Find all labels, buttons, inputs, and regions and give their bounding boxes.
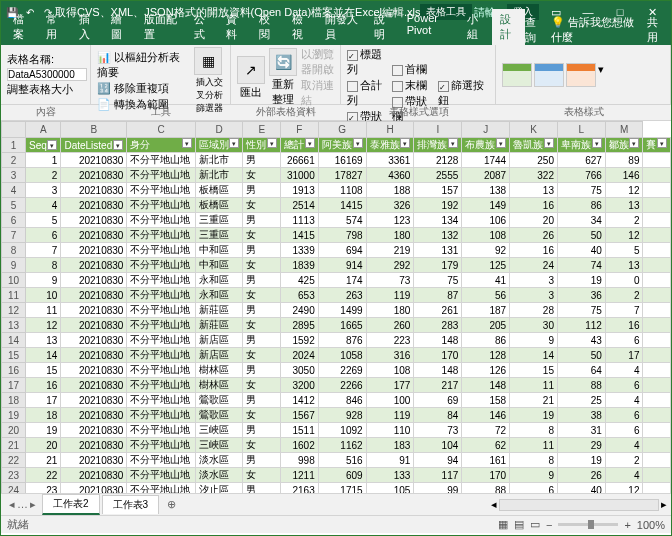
cell[interactable]: 新店區 (195, 348, 243, 363)
cell[interactable]: 1162 (318, 438, 366, 453)
cell[interactable]: 62 (462, 438, 510, 453)
cell[interactable]: 263 (318, 288, 366, 303)
cell[interactable]: 女 (243, 438, 281, 453)
cell[interactable]: 1665 (318, 318, 366, 333)
cell[interactable]: 不分平地山地 (127, 153, 195, 168)
cell[interactable]: 138 (462, 183, 510, 198)
cell[interactable] (643, 213, 671, 228)
table-header-cell[interactable]: 泰雅族▾ (366, 138, 414, 153)
cell[interactable]: 149 (462, 198, 510, 213)
cell[interactable]: 不分平地山地 (127, 243, 195, 258)
cell[interactable]: 73 (366, 273, 414, 288)
cell[interactable]: 不分平地山地 (127, 318, 195, 333)
cell[interactable]: 女 (243, 168, 281, 183)
cell[interactable]: 25 (557, 393, 605, 408)
row-header[interactable]: 12 (2, 303, 26, 318)
cell[interactable]: 不分平地山地 (127, 213, 195, 228)
cell[interactable]: 260 (366, 318, 414, 333)
cell[interactable]: 女 (243, 258, 281, 273)
cell[interactable]: 20210830 (61, 258, 127, 273)
cell[interactable]: 三峽區 (195, 423, 243, 438)
cell[interactable]: 99 (414, 483, 462, 494)
cell[interactable]: 1602 (281, 438, 319, 453)
cell[interactable]: 88 (557, 378, 605, 393)
cell[interactable]: 170 (462, 468, 510, 483)
cell[interactable]: 20210830 (61, 468, 127, 483)
cell[interactable]: 男 (243, 333, 281, 348)
table-header-cell[interactable]: 魯凱族▾ (510, 138, 558, 153)
cell[interactable]: 男 (243, 243, 281, 258)
col-header[interactable]: B (61, 122, 127, 138)
cell[interactable]: 2555 (414, 168, 462, 183)
cell[interactable]: 4 (605, 363, 643, 378)
cell[interactable] (643, 303, 671, 318)
cell[interactable]: 50 (557, 348, 605, 363)
cell[interactable]: 40 (557, 483, 605, 494)
table-header-cell[interactable]: Seq▾ (26, 138, 61, 153)
cell[interactable]: 鶯歌區 (195, 408, 243, 423)
cell[interactable] (643, 228, 671, 243)
cell[interactable] (643, 438, 671, 453)
cell[interactable]: 不分平地山地 (127, 183, 195, 198)
cell[interactable] (643, 168, 671, 183)
cell[interactable] (643, 348, 671, 363)
cell[interactable] (643, 333, 671, 348)
cell[interactable]: 94 (414, 453, 462, 468)
cell[interactable]: 292 (366, 258, 414, 273)
table-header-cell[interactable]: 賽▾ (643, 138, 671, 153)
row-header[interactable]: 15 (2, 348, 26, 363)
cell[interactable] (643, 393, 671, 408)
zoom-level[interactable]: 100% (637, 519, 665, 531)
cell[interactable]: 73 (414, 423, 462, 438)
slicer-icon[interactable]: ▦ (194, 47, 222, 75)
cell[interactable]: 217 (414, 378, 462, 393)
refresh-icon[interactable]: 🔄 (269, 48, 297, 76)
cell[interactable]: 14 (510, 348, 558, 363)
cell[interactable]: 205 (462, 318, 510, 333)
cell[interactable]: 20210830 (61, 483, 127, 494)
cell[interactable]: 板橋區 (195, 198, 243, 213)
cell[interactable]: 914 (318, 258, 366, 273)
cell[interactable]: 23 (26, 483, 61, 494)
cell[interactable]: 694 (318, 243, 366, 258)
cell[interactable]: 三重區 (195, 228, 243, 243)
table-header-cell[interactable]: 鄒族▾ (605, 138, 643, 153)
hscrollbar[interactable] (499, 499, 659, 511)
cell[interactable]: 1567 (281, 408, 319, 423)
cell[interactable]: 22 (26, 468, 61, 483)
cell[interactable]: 1058 (318, 348, 366, 363)
cell[interactable]: 20210830 (61, 168, 127, 183)
cell[interactable]: 1511 (281, 423, 319, 438)
cell[interactable]: 2163 (281, 483, 319, 494)
cell[interactable]: 2 (605, 288, 643, 303)
cell[interactable]: 74 (557, 258, 605, 273)
cell[interactable]: 9 (510, 468, 558, 483)
cell[interactable]: 不分平地山地 (127, 438, 195, 453)
cell[interactable]: 105 (366, 483, 414, 494)
ribbon-tab[interactable]: 開發人員 (317, 9, 367, 45)
cell[interactable]: 192 (414, 198, 462, 213)
cell[interactable]: 219 (366, 243, 414, 258)
cell[interactable]: 21 (26, 453, 61, 468)
cell[interactable]: 20210830 (61, 348, 127, 363)
cell[interactable]: 177 (366, 378, 414, 393)
opt-total[interactable]: 合計列 (347, 78, 388, 108)
cell[interactable] (643, 318, 671, 333)
cell[interactable]: 316 (366, 348, 414, 363)
cell[interactable]: 174 (318, 273, 366, 288)
ribbon-tab[interactable]: 檔案 (5, 9, 38, 45)
cell[interactable]: 20210830 (61, 333, 127, 348)
cell[interactable]: 108 (366, 363, 414, 378)
cell[interactable]: 123 (366, 213, 414, 228)
cell[interactable]: 126 (462, 363, 510, 378)
cell[interactable]: 146 (462, 408, 510, 423)
remove-duplicates[interactable]: 🔢 移除重複項 (97, 81, 190, 96)
cell[interactable]: 20210830 (61, 273, 127, 288)
cell[interactable]: 5 (605, 243, 643, 258)
cell[interactable]: 21 (510, 393, 558, 408)
cell[interactable]: 75 (557, 303, 605, 318)
cell[interactable]: 1113 (281, 213, 319, 228)
cell[interactable]: 12 (605, 483, 643, 494)
opt-header[interactable]: 標題列 (347, 47, 388, 77)
cell[interactable]: 117 (414, 468, 462, 483)
